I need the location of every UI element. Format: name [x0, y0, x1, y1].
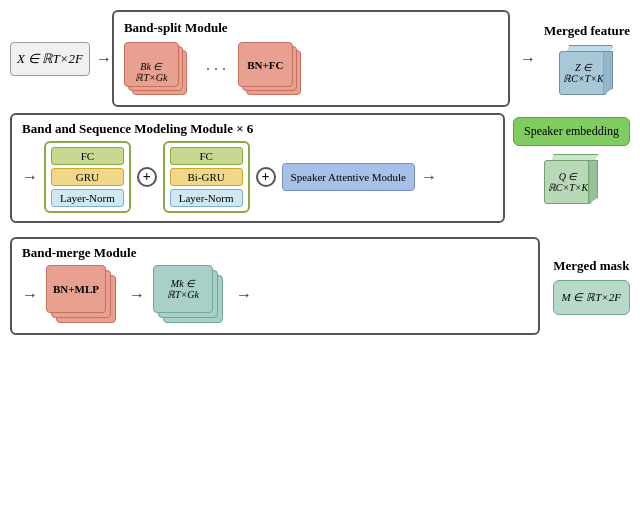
middle-inner: → FC GRU Layer-Norm + FC Bi-GRU Layer-No… [22, 141, 493, 213]
mask-box: M ∈ ℝT×2F [553, 280, 630, 315]
merged-feature-label: Merged feature [544, 23, 630, 39]
z-cube-label: Z ∈ ℝC×T×K [560, 62, 606, 84]
plus-circle-1: + [137, 167, 157, 187]
bnmlp-card-front: BN+MLP [46, 265, 106, 313]
middle-section: Band and Sequence Modeling Module × 6 → … [10, 113, 505, 223]
bnfc-label: BN+FC [247, 59, 283, 71]
bk-card-front: Bk ∈ ℝT×Gk [124, 42, 179, 87]
speaker-attentive-module: Speaker Attentive Module [282, 163, 415, 191]
arrow-middle-out: → [421, 168, 437, 186]
bnfc-card-front: BN+FC [238, 42, 293, 87]
gru-block: GRU [51, 168, 124, 186]
q-cube-front: Q ∈ ℝC×T×K [544, 160, 592, 204]
input-tensor-label: X ∈ ℝT×2F [17, 51, 83, 66]
arrow-mk-to-mask: → [236, 286, 252, 304]
arrow-bandsplit-to-merged: → [520, 50, 536, 68]
q-cube: Q ∈ ℝC×T×K [544, 154, 599, 204]
merged-mask-label: Merged mask [553, 258, 629, 274]
arrow-middle-in: → [22, 168, 38, 186]
z-cube-right [603, 51, 613, 95]
plus-symbol-2: + [262, 169, 270, 185]
speaker-embedding-box: Speaker embedding [513, 117, 630, 146]
plus-circle-2: + [256, 167, 276, 187]
diagram-container: X ∈ ℝT×2F → Band-split Module Bk ∈ ℝT×Gk… [0, 0, 640, 522]
bk-stacked-cards: Bk ∈ ℝT×Gk [124, 42, 194, 97]
mk-card-front: Mk ∈ ℝT×Gk [153, 265, 213, 313]
bigru-block: Bi-GRU [170, 168, 243, 186]
z-cube: Z ∈ ℝC×T×K [559, 45, 614, 95]
mk-stacked-cards: Mk ∈ ℝT×Gk [153, 265, 228, 325]
mk-card-label: Mk ∈ ℝT×Gk [154, 278, 212, 300]
bnmlp-label: BN+MLP [53, 283, 99, 295]
right-panel: Speaker embedding Q ∈ ℝC×T×K [513, 117, 630, 204]
q-cube-right [588, 160, 598, 204]
band-split-module-box: Band-split Module Bk ∈ ℝT×Gk · · · BN [112, 10, 510, 107]
band-sequence-title: Band and Sequence Modeling Module × 6 [22, 121, 253, 137]
arrow-input-to-bandsplit: → [96, 50, 112, 68]
z-cube-front: Z ∈ ℝC×T×K [559, 51, 607, 95]
band-merge-title: Band-merge Module [22, 245, 136, 261]
first-green-box: FC GRU Layer-Norm [44, 141, 131, 213]
top-row: X ∈ ℝT×2F → Band-split Module Bk ∈ ℝT×Gk… [10, 10, 630, 107]
arrow-bottom-in: → [22, 286, 38, 304]
merged-feature-section: Merged feature Z ∈ ℝC×T×K [544, 23, 630, 95]
fc-block-1: FC [51, 147, 124, 165]
second-green-box: FC Bi-GRU Layer-Norm [163, 141, 250, 213]
plus-symbol-1: + [143, 169, 151, 185]
ln-block-2: Layer-Norm [170, 189, 243, 207]
mask-box-label: M ∈ ℝT×2F [562, 291, 621, 303]
q-cube-label: Q ∈ ℝC×T×K [545, 171, 591, 193]
bnmlp-stacked-cards: BN+MLP [46, 265, 121, 325]
fc-block-2: FC [170, 147, 243, 165]
bk-card-label: Bk ∈ ℝT×Gk [125, 61, 178, 83]
band-split-inner: Bk ∈ ℝT×Gk · · · BN+FC [124, 42, 498, 97]
bottom-inner: → BN+MLP → Mk ∈ ℝT×Gk [22, 265, 528, 325]
arrow-bnmlp-to-mk: → [129, 286, 145, 304]
dots-1: · · · [206, 61, 226, 79]
merged-mask-section: Merged mask M ∈ ℝT×2F [553, 258, 630, 315]
bottom-section: Band-merge Module → BN+MLP → [10, 237, 540, 335]
band-split-title: Band-split Module [124, 20, 498, 36]
ln-block-1: Layer-Norm [51, 189, 124, 207]
input-tensor-box: X ∈ ℝT×2F [10, 42, 90, 76]
bnfc-stacked-cards: BN+FC [238, 42, 308, 97]
